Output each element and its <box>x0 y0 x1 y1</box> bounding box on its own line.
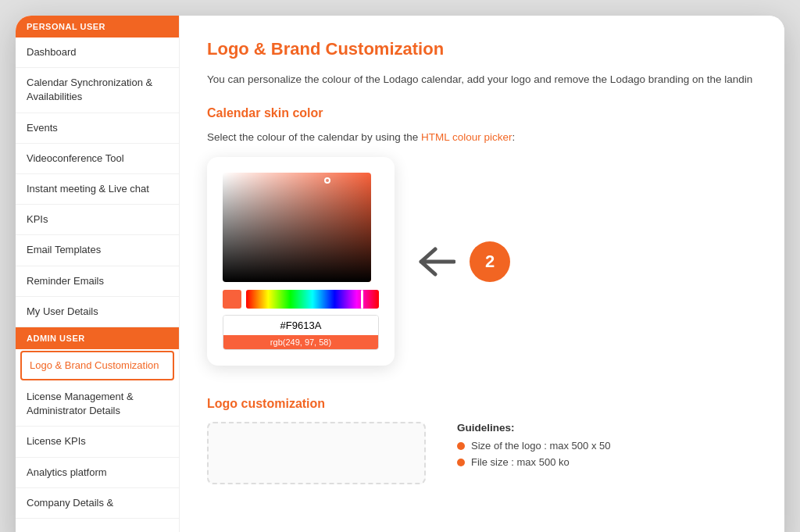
sidebar-item-videoconference[interactable]: Videoconference Tool <box>16 144 179 174</box>
sidebar-item-calendar-sync[interactable]: Calendar Synchronization & Availabilitie… <box>16 68 179 112</box>
sidebar-item-dashboard[interactable]: Dashboard <box>16 37 179 68</box>
guideline-dot-2 <box>457 459 465 466</box>
gradient-selector-dot <box>324 177 330 184</box>
personal-user-header: PERSONAL USER <box>16 16 179 37</box>
sidebar-item-user-details[interactable]: My User Details <box>16 297 179 327</box>
main-content: Logo & Brand Customization You can perso… <box>180 16 784 532</box>
sidebar-item-reminder-emails[interactable]: Reminder Emails <box>16 266 179 297</box>
hue-preview-box <box>223 290 241 309</box>
sidebar-item-analytics[interactable]: Analytics platform <box>16 458 179 488</box>
step-badge: 2 <box>470 241 510 282</box>
sidebar-item-events[interactable]: Events <box>16 113 179 144</box>
rgb-display: rgb(249, 97, 58) <box>223 335 378 349</box>
sidebar-item-instant-meeting[interactable]: Instant meeting & Live chat <box>16 174 179 205</box>
color-picker-instruction: Select the colour of the calendar by usi… <box>207 131 757 143</box>
hue-bar-wrapper <box>223 290 379 309</box>
hue-indicator <box>361 290 363 309</box>
color-gradient-canvas[interactable] <box>223 173 371 282</box>
sidebar-item-kpis[interactable]: KPIs <box>16 205 179 235</box>
logo-bottom-area: Guidelines: Size of the logo : max 500 x… <box>207 422 757 484</box>
hue-bar[interactable] <box>246 290 379 309</box>
admin-user-header: ADMIN USER <box>16 327 179 349</box>
guideline-item-2: File size : max 500 ko <box>457 456 757 468</box>
calendar-skin-section-title: Calendar skin color <box>207 106 757 120</box>
color-picker-area: rgb(249, 97, 58) 2 <box>207 157 757 366</box>
sidebar-item-license-kpis[interactable]: License KPIs <box>16 427 179 457</box>
page-title: Logo & Brand Customization <box>207 39 757 59</box>
hex-input[interactable] <box>223 316 378 335</box>
sidebar-item-company-details[interactable]: Company Details & <box>16 488 179 519</box>
guideline-text-1: Size of the logo : max 500 x 50 <box>471 440 611 452</box>
html-colour-picker-link[interactable]: HTML colour picker <box>421 131 512 143</box>
page-description: You can personalize the colour of the Lo… <box>207 72 757 87</box>
guidelines-box: Guidelines: Size of the logo : max 500 x… <box>457 422 757 473</box>
sidebar-item-license-mgmt[interactable]: License Management & Administrator Detai… <box>16 382 179 427</box>
guidelines-title: Guidelines: <box>457 422 757 434</box>
gradient-main[interactable] <box>223 173 371 282</box>
arrow-indicator: 2 <box>418 241 510 282</box>
arrow-left-icon <box>418 247 455 277</box>
sidebar-item-logo-brand[interactable]: Logo & Brand Customization <box>20 351 174 380</box>
color-picker-card: rgb(249, 97, 58) <box>207 157 395 366</box>
logo-upload-box[interactable] <box>207 422 426 484</box>
sidebar: PERSONAL USER Dashboard Calendar Synchro… <box>16 16 180 532</box>
guideline-dot-1 <box>457 442 465 450</box>
guideline-text-2: File size : max 500 ko <box>471 456 570 468</box>
logo-section-title: Logo customization <box>207 397 757 411</box>
hex-input-wrapper: rgb(249, 97, 58) <box>223 315 379 350</box>
guideline-item-1: Size of the logo : max 500 x 50 <box>457 440 757 452</box>
sidebar-item-email-templates[interactable]: Email Templates <box>16 235 179 266</box>
